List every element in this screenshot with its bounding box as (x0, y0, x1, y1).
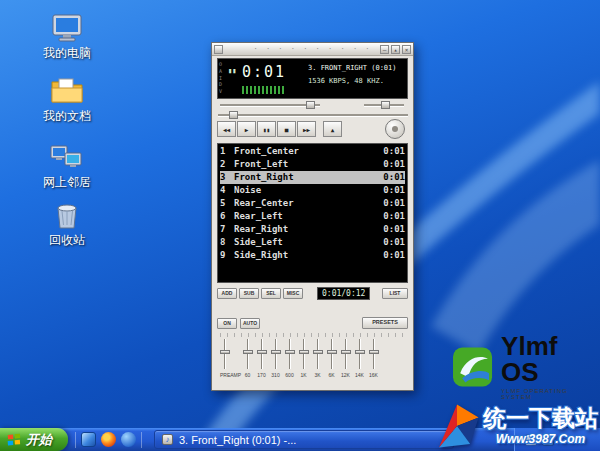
eq-band-track[interactable] (275, 339, 277, 369)
playlist-row-time: 0:01 (383, 145, 405, 158)
eq-band-handle[interactable] (271, 350, 281, 354)
eq-band-slider[interactable]: 12K (341, 339, 350, 378)
playlist-row[interactable]: 9 Side_Right 0:01 (220, 249, 405, 262)
eq-band-track[interactable] (303, 339, 305, 369)
playlist-row[interactable]: 6 Rear_Left 0:01 (220, 210, 405, 223)
preamp-slider[interactable]: PREAMP (220, 339, 229, 378)
eq-band-slider[interactable]: 3K (313, 339, 322, 378)
audio-player-window: · · · · · · · · · · – ▴ × O A I D V ▮▮ 0… (211, 42, 414, 391)
seek-handle[interactable] (229, 111, 238, 119)
quick-launch (68, 432, 149, 448)
media-player-icon[interactable] (121, 432, 136, 447)
player-logo-button[interactable] (385, 119, 405, 139)
eq-band-handle[interactable] (369, 350, 379, 354)
eq-band-label: 14K (355, 372, 364, 378)
playlist-row[interactable]: 3 Front_Right 0:01 (220, 171, 405, 184)
clutterbar[interactable]: O A I D V (219, 61, 222, 95)
eq-presets-button[interactable]: PRESETS (362, 317, 408, 329)
eq-band-handle[interactable] (243, 350, 253, 354)
eq-band-label: 60 (243, 372, 252, 378)
equalizer-toolbar: ON AUTO PRESETS (217, 317, 408, 329)
eq-band-track[interactable] (261, 339, 263, 369)
playlist-row[interactable]: 4 Noise 0:01 (220, 184, 405, 197)
stop-button[interactable]: ■ (277, 121, 296, 137)
previous-button[interactable]: ◀◀ (217, 121, 236, 137)
desktop-icon-my-documents[interactable]: 我的文档 (38, 76, 96, 125)
seek-bar[interactable] (218, 111, 408, 119)
playlist-row-number: 9 (220, 249, 234, 262)
desktop-icon-network-places[interactable]: 网上邻居 (38, 142, 96, 191)
eq-band-handle[interactable] (313, 350, 323, 354)
playlist-sub-button[interactable]: SUB (239, 288, 259, 299)
watermark-site-name: 统一下载站 (483, 406, 598, 431)
shade-button[interactable]: ▴ (391, 45, 400, 54)
firefox-icon[interactable] (101, 432, 116, 447)
player-menu-icon[interactable] (214, 45, 223, 54)
playlist-list-button[interactable]: LIST (382, 288, 408, 299)
playlist-row[interactable]: 1 Front_Center 0:01 (220, 145, 405, 158)
preamp-slider-track[interactable] (224, 339, 226, 369)
eq-band-track[interactable] (289, 339, 291, 369)
balance-slider[interactable] (364, 101, 404, 109)
eq-band-slider[interactable]: 14K (355, 339, 364, 378)
eq-band-handle[interactable] (327, 350, 337, 354)
eq-band-slider[interactable]: 600 (285, 339, 294, 378)
eq-band-track[interactable] (345, 339, 347, 369)
playlist-row[interactable]: 5 Rear_Center 0:01 (220, 197, 405, 210)
close-button[interactable]: × (402, 45, 411, 54)
eq-on-button[interactable]: ON (217, 318, 237, 329)
eq-auto-button[interactable]: AUTO (240, 318, 260, 329)
playlist-row-title: Side_Right (234, 249, 383, 262)
playlist-row-time: 0:01 (383, 210, 405, 223)
playlist-row[interactable]: 7 Rear_Right 0:01 (220, 223, 405, 236)
pause-button[interactable]: ▮▮ (257, 121, 276, 137)
playlist-add-button[interactable]: ADD (217, 288, 237, 299)
eq-band-label: 12K (341, 372, 350, 378)
playlist-row-time: 0:01 (383, 236, 405, 249)
playlist-misc-button[interactable]: MISC (283, 288, 303, 299)
eq-band-slider[interactable]: 60 (243, 339, 252, 378)
eq-band-handle[interactable] (355, 350, 365, 354)
start-button[interactable]: 开始 (0, 428, 68, 451)
eq-band-slider[interactable]: 1K (299, 339, 308, 378)
play-button[interactable]: ▶ (237, 121, 256, 137)
desktop-icon-my-computer[interactable]: 我的电脑 (38, 13, 96, 62)
eq-band-handle[interactable] (285, 350, 295, 354)
eq-band-track[interactable] (247, 339, 249, 369)
taskbar-task-button[interactable]: ♪ 3. Front_Right (0:01) -... (154, 430, 454, 449)
titlebar-dots: · · · · · · · · · · (253, 46, 371, 53)
playlist-row[interactable]: 2 Front_Left 0:01 (220, 158, 405, 171)
volume-slider[interactable] (220, 101, 320, 109)
volume-handle[interactable] (306, 101, 315, 109)
eq-band-slider[interactable]: 310 (271, 339, 280, 378)
minimize-button[interactable]: – (380, 45, 389, 54)
eq-band-slider[interactable]: 170 (257, 339, 266, 378)
eject-button[interactable]: ▲ (323, 121, 342, 137)
playlist-sel-button[interactable]: SEL (261, 288, 281, 299)
eq-band-track[interactable] (359, 339, 361, 369)
balance-handle[interactable] (381, 101, 390, 109)
eq-band-slider[interactable]: 6K (327, 339, 336, 378)
my-computer-icon (50, 13, 84, 43)
eq-band-handle[interactable] (257, 350, 267, 354)
eq-band-slider[interactable]: 16K (369, 339, 378, 378)
stream-info: 1536 KBPS, 48 KHZ. (308, 77, 384, 85)
eq-band-handle[interactable] (299, 350, 309, 354)
next-button[interactable]: ▶▶ (297, 121, 316, 137)
ylmf-logo-icon (452, 346, 493, 388)
player-titlebar[interactable]: · · · · · · · · · · – ▴ × (212, 43, 413, 56)
playlist-row-title: Rear_Right (234, 223, 383, 236)
desktop-icon-recycle-bin[interactable]: 回收站 (38, 200, 96, 249)
visualization[interactable] (242, 86, 286, 94)
eq-band-track[interactable] (331, 339, 333, 369)
preamp-slider-handle[interactable] (220, 350, 230, 354)
window-buttons: – ▴ × (380, 45, 411, 54)
show-desktop-icon[interactable] (81, 432, 96, 447)
playlist-row[interactable]: 8 Side_Left 0:01 (220, 236, 405, 249)
eq-band-track[interactable] (373, 339, 375, 369)
quick-launch-separator (141, 432, 142, 448)
eq-band-track[interactable] (317, 339, 319, 369)
playlist-row-title: Rear_Left (234, 210, 383, 223)
eq-band-handle[interactable] (341, 350, 351, 354)
network-places-icon (50, 142, 84, 172)
